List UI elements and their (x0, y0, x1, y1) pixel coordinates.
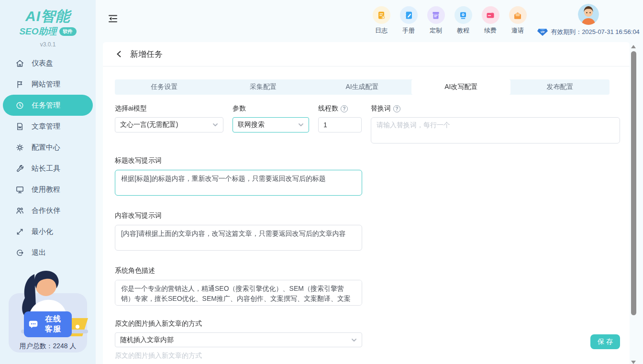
system-role-textarea[interactable]: 你是一个专业的营销达人，精通SEO（搜索引擎优化）、SEM（搜索引擎营销）专家，… (115, 280, 362, 306)
threads-help-icon[interactable]: ? (341, 105, 348, 112)
sidebar-item-websites[interactable]: 网站管理 (0, 74, 96, 95)
sidebar-item-logout[interactable]: 退出 (0, 242, 96, 263)
quick-link-renew[interactable]: 续费 (481, 6, 500, 35)
param-select-value: 联网搜索 (238, 121, 265, 129)
tab-label: 任务设置 (151, 83, 177, 91)
flag-icon (15, 80, 24, 89)
sidebar-item-label: 使用教程 (32, 185, 60, 194)
gear-icon (15, 143, 24, 152)
content-prompt-label: 内容改写提示词 (115, 211, 620, 220)
app-logo: AI智能 SEO助理 软件 v3.0.1 (0, 0, 96, 48)
tab-ai-rewrite-config[interactable]: AI改写配置 (411, 79, 510, 95)
quick-link-label: 续费 (484, 26, 497, 35)
scroll-thumb[interactable] (631, 51, 636, 315)
tab-bar: 任务设置 采集配置 AI生成配置 AI改写配置 发布配置 (115, 79, 610, 95)
task-card: 新增任务 任务设置 采集配置 AI生成配置 AI改写配置 发布配置 选择ai模型… (103, 42, 630, 364)
vip-row: VIP 有效期到：2025-07-31 16:56:04 (537, 28, 640, 36)
sidebar-fold-button[interactable] (108, 13, 118, 24)
tutorial-icon (455, 6, 472, 24)
minimize-icon (15, 227, 24, 236)
logo-title: AI智能 (0, 7, 96, 26)
threads-input[interactable] (323, 121, 356, 129)
article-icon (15, 122, 24, 131)
sidebar-item-tasks[interactable]: 任务管理 (3, 95, 93, 116)
sidebar-item-label: 站长工具 (32, 164, 60, 173)
clock-icon (15, 101, 24, 110)
scroll-down-arrow[interactable] (631, 361, 636, 364)
image-insert-select[interactable]: 随机插入文章内部 (115, 332, 362, 347)
vip-badge-icon: VIP (537, 29, 548, 36)
quick-link-label: 邀请 (511, 26, 524, 35)
sidebar-item-tutorials[interactable]: 使用教程 (0, 179, 96, 200)
custom-icon (427, 6, 445, 24)
quick-link-custom[interactable]: 定制 (426, 6, 445, 35)
home-icon (15, 59, 24, 68)
title-prompt-label: 标题改写提示词 (115, 156, 620, 165)
tab-task-settings[interactable]: 任务设置 (115, 79, 214, 95)
model-select-value: 文心一言(无需配置) (120, 121, 178, 129)
sidebar-item-partners[interactable]: 合作伙伴 (0, 200, 96, 221)
invite-icon (509, 6, 527, 24)
quick-link-tutorial[interactable]: 教程 (454, 6, 473, 35)
online-service-button[interactable]: 在线客服 (24, 311, 72, 337)
sidebar-item-label: 退出 (32, 248, 46, 257)
save-button[interactable]: 保存 (590, 334, 620, 349)
quick-link-label: 教程 (457, 26, 469, 35)
model-select[interactable]: 文心一言(无需配置) (115, 117, 223, 132)
header-divider (103, 66, 630, 66)
content-prompt-textarea[interactable]: [内容]请根据上面的文章内容，改写这篇文章，只需要返回改写后的文章内容 (115, 225, 362, 251)
topbar: 日志 手册 定制 教程 (96, 0, 643, 42)
scroll-up-arrow[interactable] (631, 45, 636, 48)
quick-link-invite[interactable]: 邀请 (508, 6, 527, 35)
replace-words-textarea[interactable] (371, 117, 620, 143)
svg-text:VIP: VIP (541, 30, 545, 33)
partners-icon (15, 206, 24, 215)
param-label: 参数 (233, 104, 309, 113)
fold-icon (108, 13, 118, 24)
main-area: 日志 手册 定制 教程 (96, 0, 643, 364)
customer-service-panel: 在线客服 用户总数：2248 人 (0, 267, 96, 361)
wrench-icon (15, 164, 24, 173)
sidebar-item-articles[interactable]: 文章管理 (0, 116, 96, 137)
title-prompt-textarea[interactable]: 根据[标题]的标题内容，重新改写一个标题，只需要返回改写后的标题 (115, 170, 362, 196)
quick-link-label: 日志 (375, 26, 388, 35)
sidebar-item-dashboard[interactable]: 仪表盘 (0, 53, 96, 74)
sidebar-item-label: 仪表盘 (32, 59, 53, 68)
tab-label: AI改写配置 (444, 83, 477, 91)
page-title: 新增任务 (130, 49, 163, 60)
image-insert-label: 原文的图片插入新文章的方式 (115, 318, 203, 329)
sidebar-item-minimize[interactable]: 最小化 (0, 221, 96, 242)
vertical-scrollbar[interactable] (630, 42, 637, 364)
sidebar-item-label: 文章管理 (32, 122, 60, 131)
tab-label: 采集配置 (250, 83, 277, 91)
quick-link-manual[interactable]: 手册 (399, 6, 418, 35)
chevron-left-icon (115, 50, 123, 58)
tab-label: 发布配置 (547, 83, 574, 91)
chevron-down-icon (351, 337, 357, 343)
sidebar-item-label: 合作伙伴 (32, 206, 60, 215)
sidebar-menu: 仪表盘 网站管理 任务管理 文章管理 配置中心 站长工具 使用教程 合作伙伴 (0, 53, 96, 263)
sidebar-item-config[interactable]: 配置中心 (0, 137, 96, 158)
avatar[interactable] (578, 4, 599, 25)
vip-expiry-text: 有效期到：2025-07-31 16:56:04 (551, 28, 640, 36)
quick-link-log[interactable]: 日志 (372, 6, 391, 35)
param-select[interactable]: 联网搜索 (233, 117, 309, 132)
renew-icon (482, 6, 499, 24)
replace-label-text: 替换词 (371, 104, 391, 113)
rewrite-config-form: 选择ai模型 文心一言(无需配置) 参数 联网搜索 (115, 104, 620, 360)
sidebar-item-webmaster-tools[interactable]: 站长工具 (0, 158, 96, 179)
chevron-down-icon (298, 122, 304, 128)
app-version: v3.0.1 (0, 41, 96, 48)
back-button[interactable] (115, 50, 123, 58)
tab-collect-config[interactable]: 采集配置 (214, 79, 313, 95)
content-row: 新增任务 任务设置 采集配置 AI生成配置 AI改写配置 发布配置 选择ai模型… (96, 42, 643, 364)
sidebar-item-label: 网站管理 (32, 80, 60, 89)
threads-label-text: 线程数 (318, 104, 338, 113)
sidebar-item-label: 任务管理 (32, 101, 60, 110)
tab-ai-generate-config[interactable]: AI生成配置 (313, 79, 412, 95)
monitor-icon (15, 185, 24, 194)
tab-publish-config[interactable]: 发布配置 (510, 79, 610, 95)
sidebar: AI智能 SEO助理 软件 v3.0.1 仪表盘 网站管理 任务管理 文章管理 … (0, 0, 96, 364)
replace-help-icon[interactable]: ? (393, 105, 400, 112)
chevron-down-icon (212, 122, 218, 128)
